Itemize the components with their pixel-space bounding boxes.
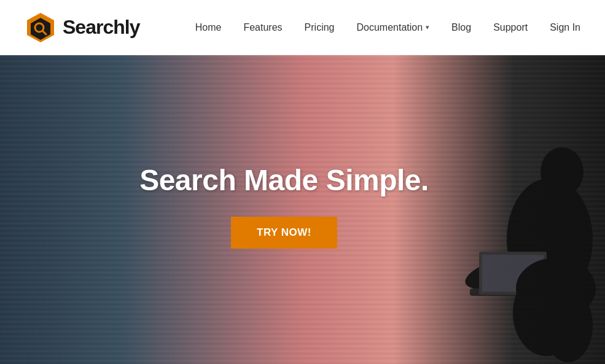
nav-home[interactable]: Home xyxy=(195,22,222,33)
nav-support[interactable]: Support xyxy=(493,22,528,33)
chevron-down-icon: ▾ xyxy=(426,23,429,31)
nav-features[interactable]: Features xyxy=(243,22,282,33)
hero-title: Search Made Simple. xyxy=(139,163,429,197)
hero-silhouette xyxy=(433,104,605,364)
logo-text: Searchly xyxy=(63,16,139,39)
logo-icon xyxy=(25,12,57,44)
hero-section: Search Made Simple. TRY NOW! xyxy=(0,55,605,364)
nav-blog[interactable]: Blog xyxy=(451,22,471,33)
try-now-button[interactable]: TRY NOW! xyxy=(231,217,337,249)
site-header: Searchly Home Features Pricing Documenta… xyxy=(0,0,605,55)
hero-content: Search Made Simple. TRY NOW! xyxy=(139,163,429,249)
nav-sign-in[interactable]: Sign In xyxy=(550,22,580,33)
svg-point-5 xyxy=(541,147,584,196)
logo-link[interactable]: Searchly xyxy=(25,12,139,44)
main-nav: Home Features Pricing Documentation ▾ Bl… xyxy=(195,22,580,33)
nav-pricing[interactable]: Pricing xyxy=(305,22,335,33)
nav-documentation[interactable]: Documentation ▾ xyxy=(356,22,429,33)
svg-point-12 xyxy=(516,258,596,319)
